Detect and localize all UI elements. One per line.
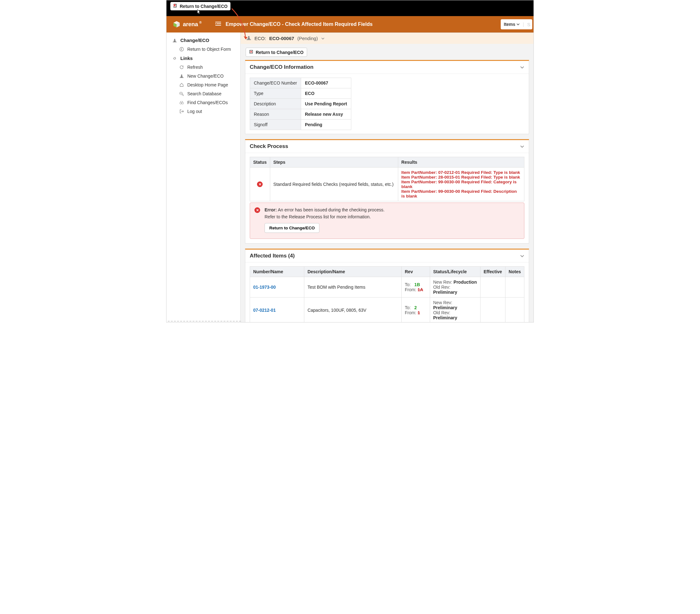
arrow-left-circle-icon (179, 47, 184, 51)
svg-rect-21 (248, 38, 250, 39)
svg-point-15 (180, 92, 182, 94)
return-label: Return to Change/ECO (180, 4, 228, 9)
svg-line-17 (183, 95, 184, 96)
main-content: ECO: ECO-00067 (Pending) Return to Chang… (241, 33, 534, 322)
item-link[interactable]: 01-1973-00 (253, 285, 276, 290)
breadcrumb: ECO: ECO-00067 (Pending) (241, 33, 534, 44)
item-desc: Capacitors, 100UF, 0805, 63V (304, 297, 402, 322)
brand-logo: arena® (166, 21, 209, 28)
collapse-chevron-icon[interactable] (520, 66, 524, 69)
return-icon (173, 3, 178, 9)
svg-rect-9 (174, 40, 176, 42)
items-dropdown[interactable]: Items (503, 22, 521, 27)
arena-cube-icon (173, 21, 180, 28)
stamp-small-icon (246, 35, 251, 41)
check-table: Status Steps Results ✕ Standard Required… (250, 157, 524, 201)
svg-rect-14 (181, 74, 182, 76)
table-row: 07-0212-01Capacitors, 100UF, 0805, 63VTo… (250, 297, 524, 322)
check-result: Item PartNumber: 07-0212-01 Required Fil… (401, 170, 521, 175)
sidebar: Change/ECO Return to Object Form Links R… (166, 33, 241, 322)
svg-rect-13 (181, 76, 183, 77)
brand-name: arena (183, 21, 198, 28)
page-title: Empower Change/ECO - Check Affected Item… (225, 22, 372, 27)
collapse-chevron-icon[interactable] (520, 145, 524, 148)
affected-table: Number/Name Description/Name Rev Status/… (250, 266, 524, 322)
link-icon (172, 56, 177, 61)
check-result: Item PartNumber: 28-0015-01 Required Fil… (401, 175, 521, 180)
return-to-change-button-callout[interactable]: Return to Change/ECO (170, 2, 230, 10)
check-process-panel: Check Process Status Steps Results ✕ Sta… (245, 139, 529, 244)
return-to-change-button[interactable]: Return to Change/ECO (246, 48, 307, 57)
svg-rect-22 (248, 36, 250, 38)
stamp-icon (172, 38, 177, 42)
sidebar-group-links[interactable]: Links (172, 54, 240, 63)
sidebar-return-object[interactable]: Return to Object Form (172, 45, 240, 54)
svg-rect-20 (247, 39, 251, 40)
stamp-new-icon (179, 74, 184, 78)
affected-items-panel: Affected Items (4) Number/Name Descripti… (245, 249, 529, 322)
svg-point-16 (182, 94, 183, 95)
breadcrumb-number: ECO-00067 (269, 36, 294, 41)
svg-rect-8 (173, 42, 177, 42)
home-icon (179, 83, 184, 87)
svg-rect-10 (174, 39, 175, 40)
affected-panel-title: Affected Items (4) (250, 253, 295, 259)
sidebar-search-db[interactable]: Search Database (172, 89, 240, 98)
sidebar-desktop-home[interactable]: Desktop Home Page (172, 81, 240, 89)
app-header: arena® Empower Change/ECO - Check Affect… (166, 16, 534, 33)
hamburger-indent-icon[interactable] (215, 22, 221, 27)
check-result: Item PartNumber: 99-0030-00 Required Fil… (401, 180, 521, 189)
error-callout: ✕ Error: An error has been issued during… (250, 202, 524, 239)
error-status-icon: ✕ (257, 181, 263, 187)
breadcrumb-prefix: ECO: (254, 36, 266, 41)
item-link[interactable]: 07-0212-01 (253, 308, 276, 313)
svg-point-11 (180, 47, 184, 51)
chevron-down-icon[interactable] (321, 37, 325, 40)
breadcrumb-status: (Pending) (297, 36, 318, 41)
return-icon (249, 50, 254, 55)
error-icon: ✕ (254, 207, 260, 213)
table-row: 01-1973-00Test BOM with Pending ItemsTo:… (250, 277, 524, 297)
sidebar-logout[interactable]: Log out (172, 107, 240, 116)
sidebar-refresh[interactable]: Refresh (172, 63, 240, 72)
error-return-button[interactable]: Return to Change/ECO (264, 223, 320, 233)
check-result: Item PartNumber: 99-0030-00 Required Fil… (401, 189, 521, 198)
check-panel-title: Check Process (250, 143, 288, 149)
refresh-icon (179, 65, 184, 70)
sidebar-find-changes[interactable]: Find Changes/ECOs (172, 98, 240, 107)
binoculars-icon (179, 100, 184, 105)
check-step: Standard Required fields Checks (require… (270, 168, 398, 201)
logout-icon (179, 109, 184, 114)
search-db-icon (179, 91, 184, 96)
sidebar-new-change[interactable]: New Change/ECO (172, 72, 240, 81)
info-panel-title: Change/ECO Information (250, 64, 313, 70)
svg-rect-12 (180, 77, 184, 78)
search-hint: S (526, 22, 530, 27)
info-panel: Change/ECO Information Change/ECO Number… (245, 60, 529, 134)
info-table: Change/ECO NumberECO-00067 TypeECO Descr… (250, 78, 351, 130)
collapse-chevron-icon[interactable] (520, 255, 524, 257)
svg-point-19 (182, 102, 184, 104)
sidebar-group-change[interactable]: Change/ECO (172, 36, 240, 45)
item-desc: Test BOM with Pending Items (304, 277, 402, 297)
header-search-area[interactable]: Items | S (501, 19, 532, 29)
svg-point-18 (180, 102, 182, 104)
